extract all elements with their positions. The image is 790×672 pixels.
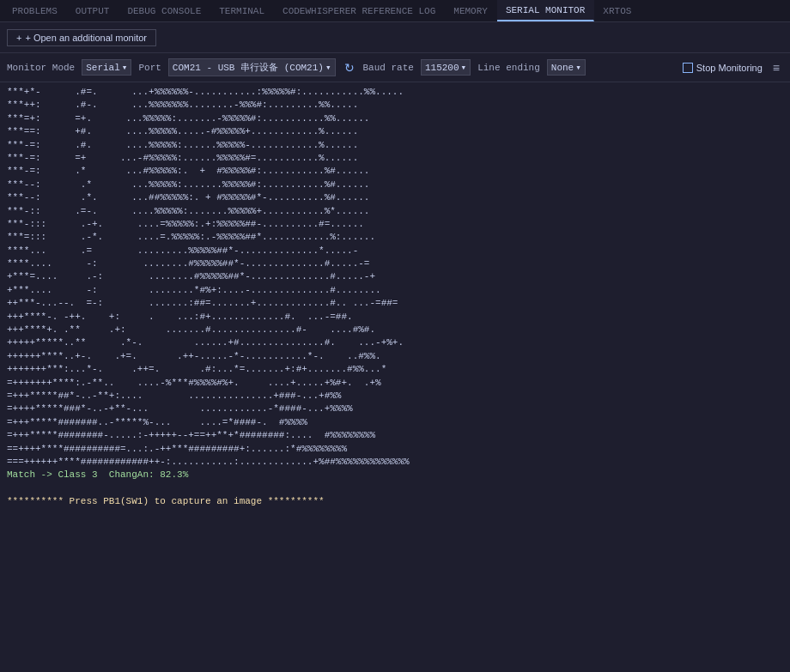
monitor-mode-value: Serial bbox=[86, 63, 120, 73]
chevron-down-icon-baud: ▾ bbox=[461, 62, 467, 73]
tab-serial-monitor[interactable]: SERIAL MONITOR bbox=[497, 0, 594, 21]
baud-rate-select[interactable]: 115200 ▾ bbox=[421, 59, 471, 76]
stop-monitoring-label: Stop Monitoring bbox=[696, 63, 763, 73]
tab-xrtos[interactable]: XRTOS bbox=[594, 0, 641, 21]
line-ending-select[interactable]: None ▾ bbox=[547, 59, 586, 76]
baud-rate-label: Baud rate bbox=[363, 63, 414, 73]
monitor-mode-select[interactable]: Serial ▾ bbox=[82, 59, 131, 76]
tab-bar: PROBLEMS OUTPUT DEBUG CONSOLE TERMINAL C… bbox=[0, 0, 790, 22]
tab-codewhisperer[interactable]: CODEWHISPERER REFERENCE LOG bbox=[274, 0, 445, 21]
tab-memory[interactable]: MEMORY bbox=[445, 0, 497, 21]
chevron-down-icon-ending: ▾ bbox=[575, 62, 581, 73]
tab-debug-console[interactable]: DEBUG CONSOLE bbox=[118, 0, 210, 21]
blank-line bbox=[7, 482, 783, 495]
tab-output[interactable]: OUTPUT bbox=[67, 0, 119, 21]
plus-icon: + bbox=[16, 33, 21, 43]
monitor-mode-label: Monitor Mode bbox=[7, 63, 75, 73]
line-ending-value: None bbox=[551, 63, 574, 73]
stop-monitoring-checkbox bbox=[683, 63, 693, 73]
monitor-btn-bar: + + Open an additional monitor bbox=[0, 22, 790, 53]
port-select[interactable]: COM21 - USB 串行设备 (COM21) ▾ bbox=[168, 58, 336, 76]
serial-ascii-art: ***+*- .#=. ...+%%%%%%-...........:%%%%%… bbox=[7, 86, 783, 469]
port-label: Port bbox=[138, 63, 161, 73]
line-ending-label: Line ending bbox=[477, 63, 540, 73]
refresh-button[interactable]: ↻ bbox=[343, 61, 356, 75]
chevron-down-icon-port: ▾ bbox=[325, 62, 331, 73]
serial-output-area[interactable]: ***+*- .#=. ...+%%%%%%-...........:%%%%%… bbox=[0, 82, 790, 672]
tab-terminal[interactable]: TERMINAL bbox=[210, 0, 274, 21]
press-capture-line: ********** Press PB1(SW1) to capture an … bbox=[7, 495, 783, 508]
menu-button[interactable]: ≡ bbox=[769, 61, 783, 75]
port-value: COM21 - USB 串行设备 (COM21) bbox=[173, 61, 324, 74]
open-additional-monitor-button[interactable]: + + Open an additional monitor bbox=[7, 29, 156, 46]
tab-problems[interactable]: PROBLEMS bbox=[3, 0, 67, 21]
open-monitor-label: + Open an additional monitor bbox=[25, 33, 147, 43]
chevron-down-icon: ▾ bbox=[122, 62, 128, 73]
match-result-line: Match -> Class 3 ChangAn: 82.3% bbox=[7, 469, 783, 481]
baud-rate-value: 115200 bbox=[425, 63, 459, 73]
toolbar: Monitor Mode Serial ▾ Port COM21 - USB 串… bbox=[0, 53, 790, 82]
stop-monitoring-button[interactable]: Stop Monitoring bbox=[683, 63, 763, 73]
